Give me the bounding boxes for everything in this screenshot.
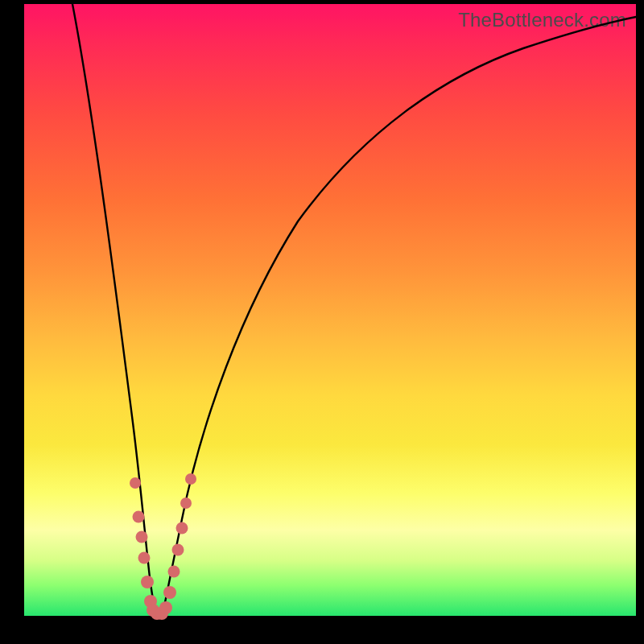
marker-dot	[159, 601, 172, 614]
chart-frame: TheBottleneck.com	[0, 0, 644, 644]
marker-dot	[185, 473, 196, 485]
marker-dot	[141, 576, 154, 588]
plot-area: TheBottleneck.com	[24, 4, 636, 616]
marker-dot	[163, 586, 176, 599]
marker-dot	[130, 477, 141, 489]
curve-layer	[24, 4, 636, 616]
marker-dot	[172, 544, 184, 556]
bottleneck-curve	[72, 4, 636, 614]
marker-dot	[180, 497, 192, 509]
marker-dot	[168, 566, 180, 578]
marker-dot	[133, 511, 145, 523]
marker-dot	[136, 531, 148, 543]
marker-dot	[138, 552, 151, 564]
marker-dot	[176, 522, 188, 535]
